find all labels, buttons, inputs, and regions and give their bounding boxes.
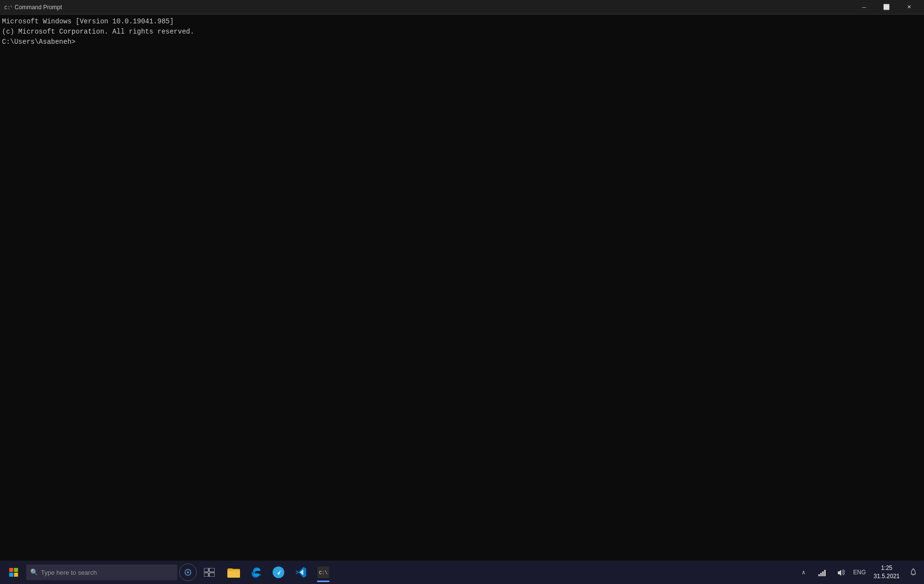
svg-rect-3 [14, 568, 18, 572]
svg-rect-9 [209, 568, 215, 572]
cmd-taskbar-item[interactable]: C:\ _ [313, 562, 334, 583]
edge-icon [250, 566, 262, 578]
task-view-icon [204, 568, 215, 577]
svg-rect-10 [204, 573, 208, 577]
clock-button[interactable]: 1:25 31.5.2021 [870, 561, 904, 584]
cmd-icon: C:\ [4, 3, 12, 11]
svg-point-7 [187, 571, 189, 573]
svg-rect-13 [227, 570, 240, 578]
svg-rect-5 [14, 573, 18, 577]
svg-text:C:\: C:\ [4, 5, 12, 11]
notification-icon [909, 568, 917, 576]
file-explorer-icon [227, 567, 240, 578]
notification-button[interactable] [905, 561, 922, 584]
taskbar-apps: C:\ _ [223, 562, 334, 583]
volume-icon-button[interactable] [832, 564, 850, 581]
telegram-icon [273, 566, 284, 578]
taskbar: 🔍 Type here to search [0, 561, 924, 584]
svg-rect-4 [9, 573, 13, 577]
clock-time: 1:25 [881, 564, 892, 572]
file-explorer-taskbar-item[interactable] [223, 562, 244, 583]
cortana-button[interactable] [179, 564, 197, 581]
search-icon: 🔍 [30, 568, 38, 576]
chevron-up-icon: ∧ [802, 569, 805, 576]
search-placeholder: Type here to search [41, 569, 97, 576]
language-label: ENG [853, 569, 866, 576]
svg-rect-8 [204, 568, 208, 572]
show-hidden-icons-button[interactable]: ∧ [795, 564, 813, 581]
system-tray: ∧ ENG 1:25 31.5.2021 [795, 561, 924, 584]
title-bar-controls: ─ ⬜ ✕ [853, 0, 920, 15]
network-icon [818, 568, 826, 576]
cmd-taskbar-icon: C:\ _ [317, 566, 329, 578]
vscode-icon [295, 566, 307, 578]
svg-point-15 [253, 573, 261, 576]
cmd-prompt-line: C:\Users\Asabeneh> [2, 37, 922, 47]
svg-text:_: _ [319, 568, 322, 572]
title-bar-title: Command Prompt [15, 4, 62, 11]
close-button[interactable]: ✕ [898, 0, 920, 15]
title-bar: C:\ Command Prompt ─ ⬜ ✕ [0, 0, 924, 15]
start-button[interactable] [2, 561, 25, 584]
cmd-output-line2: (c) Microsoft Corporation. All rights re… [2, 27, 922, 37]
svg-point-16 [273, 566, 284, 578]
svg-rect-21 [818, 574, 820, 576]
volume-icon [837, 568, 845, 576]
language-button[interactable]: ENG [850, 564, 869, 581]
cmd-output-line1: Microsoft Windows [Version 10.0.19041.98… [2, 17, 922, 27]
cmd-area[interactable]: Microsoft Windows [Version 10.0.19041.98… [0, 15, 924, 561]
svg-rect-25 [913, 568, 914, 569]
title-bar-left: C:\ Command Prompt [4, 3, 62, 11]
svg-rect-22 [820, 573, 822, 576]
windows-logo-icon [9, 568, 18, 577]
task-view-button[interactable] [199, 562, 220, 583]
network-icon-button[interactable] [813, 564, 831, 581]
restore-button[interactable]: ⬜ [875, 0, 898, 15]
svg-rect-23 [822, 571, 824, 576]
telegram-taskbar-item[interactable] [268, 562, 289, 583]
edge-taskbar-item[interactable] [245, 562, 267, 583]
search-bar[interactable]: 🔍 Type here to search [26, 565, 177, 580]
svg-rect-2 [9, 568, 13, 572]
clock-date: 31.5.2021 [874, 572, 900, 581]
vscode-taskbar-item[interactable] [290, 562, 312, 583]
svg-rect-14 [228, 568, 233, 571]
svg-rect-11 [209, 573, 215, 577]
minimize-button[interactable]: ─ [853, 0, 875, 15]
svg-rect-24 [824, 570, 826, 576]
cortana-icon [184, 568, 192, 576]
